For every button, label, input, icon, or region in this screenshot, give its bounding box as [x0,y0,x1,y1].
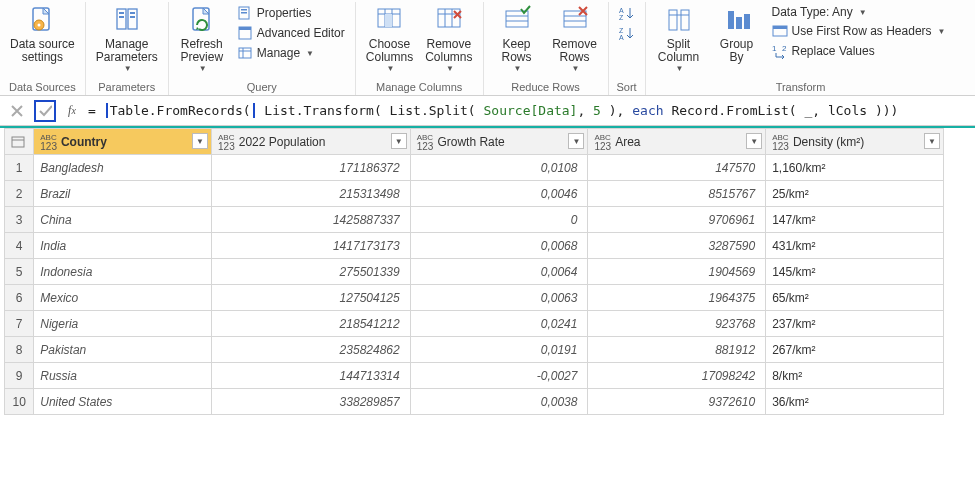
manage-parameters-button[interactable]: Manage Parameters ▼ [90,2,164,75]
cell-country[interactable]: Pakistan [34,337,212,363]
cell-country[interactable]: Brazil [34,181,212,207]
keep-rows-button[interactable]: Keep Rows ▼ [488,2,546,75]
cell-population[interactable]: 275501339 [212,259,411,285]
cell-growth[interactable]: 0,0063 [410,285,588,311]
cell-density[interactable]: 36/km² [766,389,944,415]
cell-density[interactable]: 65/km² [766,285,944,311]
column-header-area[interactable]: ABC123 Area ▼ [588,129,766,155]
row-number[interactable]: 7 [5,311,34,337]
properties-button[interactable]: Properties [235,4,347,22]
cell-area[interactable]: 3287590 [588,233,766,259]
sort-asc-button[interactable]: AZ [617,4,637,22]
choose-columns-button[interactable]: Choose Columns ▼ [360,2,419,75]
table-row[interactable]: 9Russia144713314-0,0027170982428/km² [5,363,944,389]
table-row[interactable]: 1Bangladesh1711863720,01081475701,160/km… [5,155,944,181]
cell-area[interactable]: 9372610 [588,389,766,415]
cell-population[interactable]: 338289857 [212,389,411,415]
column-header-country[interactable]: ABC123 Country ▼ [34,129,212,155]
column-header-growth[interactable]: ABC123 Growth Rate ▼ [410,129,588,155]
cell-growth[interactable]: 0,0046 [410,181,588,207]
table-row[interactable]: 4India14171731730,00683287590431/km² [5,233,944,259]
cell-population[interactable]: 1425887337 [212,207,411,233]
cell-growth[interactable]: 0,0038 [410,389,588,415]
cell-growth[interactable]: 0,0064 [410,259,588,285]
cell-growth[interactable]: 0 [410,207,588,233]
manage-button[interactable]: Manage ▼ [235,44,347,62]
row-number[interactable]: 1 [5,155,34,181]
remove-columns-button[interactable]: Remove Columns ▼ [419,2,478,75]
table-corner[interactable] [5,129,34,155]
cell-density[interactable]: 237/km² [766,311,944,337]
cell-country[interactable]: Russia [34,363,212,389]
cell-country[interactable]: Nigeria [34,311,212,337]
filter-dropdown-area[interactable]: ▼ [746,133,762,149]
refresh-preview-button[interactable]: Refresh Preview ▼ [173,2,231,75]
cell-population[interactable]: 144713314 [212,363,411,389]
sort-desc-button[interactable]: ZA [617,24,637,42]
cell-area[interactable]: 1904569 [588,259,766,285]
cell-growth[interactable]: 0,0108 [410,155,588,181]
table-row[interactable]: 7Nigeria2185412120,0241923768237/km² [5,311,944,337]
first-row-headers-button[interactable]: Use First Row as Headers ▼ [770,22,948,40]
table-row[interactable]: 8Pakistan2358248620,0191881912267/km² [5,337,944,363]
cell-area[interactable]: 8515767 [588,181,766,207]
remove-rows-button[interactable]: Remove Rows ▼ [546,2,604,75]
row-number[interactable]: 2 [5,181,34,207]
group-by-button[interactable]: Group By [708,2,766,66]
row-number[interactable]: 3 [5,207,34,233]
cell-area[interactable]: 923768 [588,311,766,337]
row-number[interactable]: 6 [5,285,34,311]
cell-area[interactable]: 9706961 [588,207,766,233]
cell-population[interactable]: 218541212 [212,311,411,337]
data-type-button[interactable]: Data Type: Any ▼ [770,4,948,20]
cell-population[interactable]: 1417173173 [212,233,411,259]
commit-formula-button[interactable] [34,100,56,122]
cell-density[interactable]: 8/km² [766,363,944,389]
cell-density[interactable]: 431/km² [766,233,944,259]
cell-area[interactable]: 147570 [588,155,766,181]
cell-population[interactable]: 235824862 [212,337,411,363]
cell-growth[interactable]: 0,0191 [410,337,588,363]
column-header-density[interactable]: ABC123 Density (km²) ▼ [766,129,944,155]
cell-area[interactable]: 881912 [588,337,766,363]
cell-growth[interactable]: 0,0241 [410,311,588,337]
table-row[interactable]: 3China142588733709706961147/km² [5,207,944,233]
cell-country[interactable]: Bangladesh [34,155,212,181]
row-number[interactable]: 8 [5,337,34,363]
cell-growth[interactable]: 0,0068 [410,233,588,259]
cell-country[interactable]: India [34,233,212,259]
cell-country[interactable]: China [34,207,212,233]
data-source-settings-button[interactable]: Data source settings [4,2,81,66]
table-row[interactable]: 2Brazil2153134980,0046851576725/km² [5,181,944,207]
column-header-population[interactable]: ABC123 2022 Population ▼ [212,129,411,155]
cell-density[interactable]: 267/km² [766,337,944,363]
cell-density[interactable]: 145/km² [766,259,944,285]
split-column-button[interactable]: Split Column ▼ [650,2,708,75]
cell-density[interactable]: 1,160/km² [766,155,944,181]
filter-dropdown-growth[interactable]: ▼ [568,133,584,149]
cell-area[interactable]: 17098242 [588,363,766,389]
cell-density[interactable]: 25/km² [766,181,944,207]
cell-population[interactable]: 215313498 [212,181,411,207]
filter-dropdown-country[interactable]: ▼ [192,133,208,149]
row-number[interactable]: 9 [5,363,34,389]
advanced-editor-button[interactable]: Advanced Editor [235,24,347,42]
cell-area[interactable]: 1964375 [588,285,766,311]
row-number[interactable]: 4 [5,233,34,259]
cell-population[interactable]: 171186372 [212,155,411,181]
filter-dropdown-population[interactable]: ▼ [391,133,407,149]
filter-dropdown-density[interactable]: ▼ [924,133,940,149]
cell-growth[interactable]: -0,0027 [410,363,588,389]
replace-values-button[interactable]: 12 Replace Values [770,42,948,60]
row-number[interactable]: 5 [5,259,34,285]
formula-input[interactable]: = Table.FromRecords( List.Transform( Lis… [88,103,969,118]
cancel-formula-button[interactable] [6,100,28,122]
table-row[interactable]: 5Indonesia2755013390,00641904569145/km² [5,259,944,285]
cell-country[interactable]: Indonesia [34,259,212,285]
row-number[interactable]: 10 [5,389,34,415]
cell-population[interactable]: 127504125 [212,285,411,311]
cell-country[interactable]: United States [34,389,212,415]
table-row[interactable]: 6Mexico1275041250,0063196437565/km² [5,285,944,311]
table-row[interactable]: 10United States3382898570,0038937261036/… [5,389,944,415]
cell-country[interactable]: Mexico [34,285,212,311]
